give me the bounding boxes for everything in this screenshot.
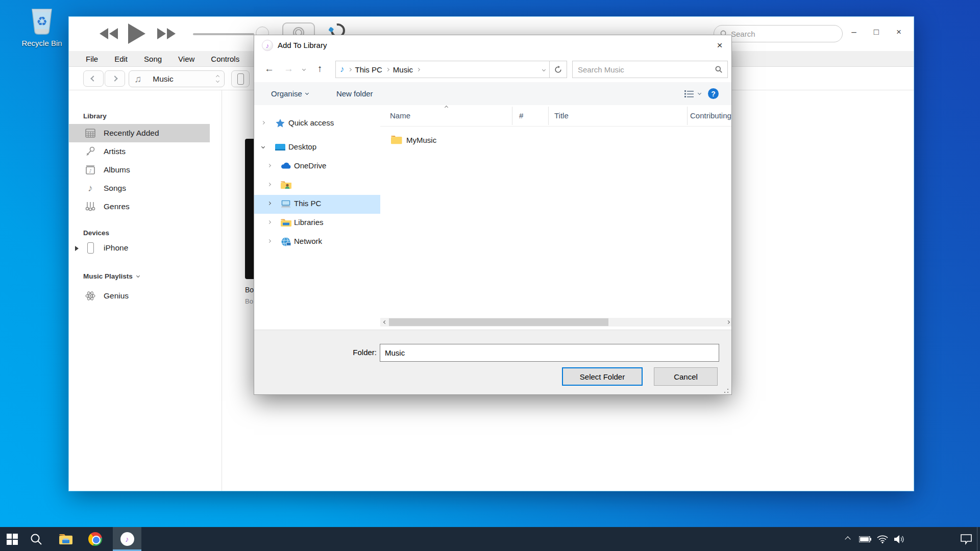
dialog-close-button[interactable]: × bbox=[708, 35, 731, 56]
menu-song[interactable]: Song bbox=[136, 55, 170, 63]
play-button[interactable] bbox=[128, 23, 145, 44]
genius-icon bbox=[84, 290, 96, 302]
media-kind-selector[interactable]: ♫ Music bbox=[129, 70, 225, 87]
svg-text:♻: ♻ bbox=[36, 14, 47, 29]
svg-text:♪: ♪ bbox=[89, 168, 92, 173]
taskbar: ♪ bbox=[0, 527, 980, 551]
resize-grip[interactable] bbox=[722, 387, 729, 393]
sidebar-item-artists[interactable]: Artists bbox=[69, 142, 210, 161]
menu-file[interactable]: File bbox=[78, 55, 106, 63]
tree-item-user-folder[interactable] bbox=[254, 176, 380, 195]
chevron-down-icon bbox=[305, 91, 309, 94]
horizontal-scrollbar[interactable] bbox=[380, 318, 732, 327]
column-header-contributing-artists[interactable]: Contributing artists bbox=[690, 111, 732, 120]
expand-chevron-icon[interactable] bbox=[267, 183, 271, 186]
sidebar-item-genius[interactable]: Genius bbox=[69, 287, 210, 305]
forward-arrow-button[interactable]: → bbox=[284, 63, 293, 74]
battery-icon[interactable] bbox=[856, 527, 874, 551]
itunes-forward-button[interactable] bbox=[105, 70, 125, 87]
address-bar[interactable]: ♪ This PC Music bbox=[335, 61, 550, 78]
start-button[interactable] bbox=[0, 527, 24, 551]
column-header-title[interactable]: Title bbox=[554, 111, 569, 120]
dialog-title: Add To Library bbox=[278, 41, 327, 49]
sidebar-item-recently-added[interactable]: Recently Added bbox=[69, 124, 210, 142]
breadcrumb-music[interactable]: Music bbox=[393, 65, 413, 74]
this-pc-icon bbox=[280, 198, 291, 210]
sidebar-item-genres[interactable]: Genres bbox=[69, 197, 210, 216]
scroll-left-arrow[interactable] bbox=[380, 318, 389, 327]
dialog-nav-row: ← → ↑ ♪ This PC Music Search Music bbox=[254, 57, 731, 82]
sidebar-item-albums[interactable]: ♪ Albums bbox=[69, 161, 210, 179]
expand-chevron-icon[interactable] bbox=[267, 220, 271, 224]
organise-button[interactable]: Organise bbox=[271, 89, 308, 98]
view-mode-button[interactable] bbox=[684, 89, 701, 98]
file-item-mymusic[interactable]: MyMusic bbox=[380, 131, 732, 150]
address-dropdown-chevron[interactable] bbox=[542, 67, 546, 71]
device-button[interactable] bbox=[231, 70, 250, 87]
refresh-icon bbox=[554, 66, 562, 73]
cancel-button[interactable]: Cancel bbox=[654, 367, 718, 386]
volume-icon[interactable] bbox=[891, 527, 909, 551]
menu-controls[interactable]: Controls bbox=[203, 55, 248, 63]
back-arrow-button[interactable]: ← bbox=[264, 63, 274, 74]
tray-overflow-button[interactable] bbox=[839, 527, 856, 551]
itunes-sidebar: Library Recently Added Artists ♪ Albums … bbox=[69, 90, 222, 491]
close-button[interactable]: × bbox=[891, 27, 906, 37]
sidebar-item-iphone[interactable]: iPhone bbox=[69, 239, 210, 257]
user-folder-icon bbox=[280, 180, 291, 191]
file-explorer-icon bbox=[59, 533, 73, 545]
menu-edit[interactable]: Edit bbox=[106, 55, 136, 63]
expand-chevron-icon[interactable] bbox=[267, 164, 271, 167]
expand-chevron-icon[interactable] bbox=[267, 202, 271, 205]
itunes-search-box[interactable]: Search bbox=[714, 25, 843, 42]
scrollbar-thumb[interactable] bbox=[389, 318, 608, 326]
expand-chevron-icon[interactable] bbox=[267, 239, 271, 243]
show-desktop-button[interactable] bbox=[977, 527, 980, 551]
sidebar-item-label: Artists bbox=[104, 147, 126, 156]
recycle-bin-desktop-icon[interactable]: ♻ Recycle Bin bbox=[11, 5, 72, 47]
itunes-taskbar-button[interactable]: ♪ bbox=[113, 527, 141, 551]
fast-forward-button[interactable] bbox=[157, 28, 176, 39]
tree-item-libraries[interactable]: Libraries bbox=[254, 214, 380, 233]
scroll-right-arrow[interactable] bbox=[723, 318, 732, 327]
tree-item-desktop[interactable]: Desktop bbox=[254, 138, 380, 157]
sidebar-item-label: Recently Added bbox=[104, 129, 159, 138]
menu-view[interactable]: View bbox=[170, 55, 203, 63]
iphone-icon bbox=[237, 73, 244, 85]
tree-item-onedrive[interactable]: OneDrive bbox=[254, 157, 380, 176]
chrome-taskbar-button[interactable] bbox=[83, 527, 107, 551]
sidebar-playlists-header[interactable]: Music Playlists bbox=[83, 272, 139, 280]
rewind-button[interactable] bbox=[100, 28, 118, 39]
dialog-search-box[interactable]: Search Music bbox=[572, 61, 728, 78]
column-header-number[interactable]: # bbox=[519, 111, 523, 120]
sidebar-item-songs[interactable]: ♪ Songs bbox=[69, 179, 210, 197]
iphone-device-icon bbox=[84, 242, 96, 254]
recent-locations-chevron[interactable] bbox=[302, 67, 306, 71]
breadcrumb-this-pc[interactable]: This PC bbox=[355, 65, 382, 74]
wifi-icon[interactable] bbox=[874, 527, 891, 551]
tree-item-this-pc[interactable]: This PC bbox=[254, 195, 380, 214]
volume-slider-track[interactable] bbox=[193, 33, 254, 35]
folder-name-input[interactable] bbox=[380, 344, 719, 362]
itunes-icon: ♪ bbox=[120, 532, 134, 546]
expand-arrow-icon[interactable] bbox=[75, 246, 79, 251]
refresh-button[interactable] bbox=[549, 61, 567, 78]
select-folder-button[interactable]: Select Folder bbox=[562, 367, 643, 386]
collapse-chevron-icon[interactable] bbox=[261, 145, 265, 148]
tree-item-network[interactable]: Network bbox=[254, 233, 380, 252]
up-arrow-button[interactable]: ↑ bbox=[317, 63, 323, 74]
tree-item-quick-access[interactable]: Quick access bbox=[254, 114, 380, 133]
dialog-command-bar: Organise New folder ? bbox=[254, 82, 731, 105]
expand-chevron-icon[interactable] bbox=[261, 121, 265, 124]
help-button[interactable]: ? bbox=[708, 88, 719, 99]
minimize-button[interactable]: – bbox=[846, 27, 862, 37]
chevron-down-icon bbox=[698, 91, 701, 95]
taskbar-search-button[interactable] bbox=[24, 527, 48, 551]
action-center-button[interactable] bbox=[955, 527, 977, 551]
new-folder-button[interactable]: New folder bbox=[336, 89, 373, 98]
file-explorer-taskbar-button[interactable] bbox=[54, 527, 78, 551]
itunes-back-button[interactable] bbox=[83, 70, 104, 87]
column-header-name[interactable]: Name bbox=[390, 111, 410, 120]
maximize-button[interactable]: □ bbox=[869, 27, 884, 37]
sidebar-item-label: Albums bbox=[104, 165, 130, 174]
